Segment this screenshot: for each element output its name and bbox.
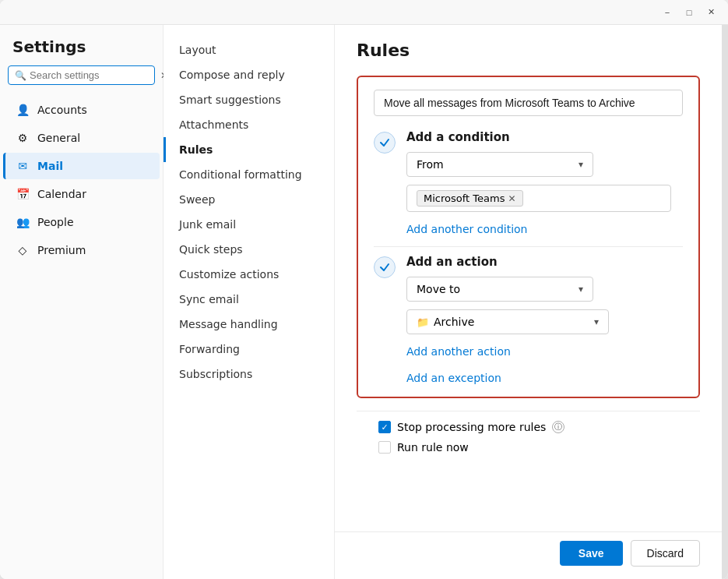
condition-label: Add a condition: [406, 130, 683, 144]
center-item-smart-suggestions-label: Smart suggestions: [179, 94, 281, 106]
stop-processing-row: Stop processing more rules ⓘ: [378, 421, 678, 433]
center-item-sweep-label: Sweep: [179, 193, 215, 206]
center-item-layout[interactable]: Layout: [164, 37, 334, 62]
sidebar-item-premium[interactable]: ◇ Premium: [3, 237, 160, 263]
condition-tag-value: Microsoft Teams: [424, 192, 505, 204]
center-item-compose-reply-label: Compose and reply: [179, 69, 285, 81]
action-label: Add an action: [406, 255, 683, 269]
people-icon: 👥: [16, 215, 30, 229]
title-bar: − □ ✕: [0, 0, 728, 25]
minimize-button[interactable]: −: [656, 5, 678, 20]
search-input[interactable]: [30, 69, 160, 81]
sidebar-item-premium-label: Premium: [37, 244, 86, 256]
sidebar-item-people[interactable]: 👥 People: [3, 209, 160, 235]
premium-icon: ◇: [16, 243, 30, 257]
footer-buttons: Save Discard: [335, 531, 722, 579]
action-check-icon: [374, 256, 396, 278]
chevron-down-icon-folder: ▾: [594, 316, 599, 327]
chevron-down-icon-action: ▾: [579, 284, 583, 295]
center-item-compose-reply[interactable]: Compose and reply: [164, 62, 334, 87]
center-item-sweep[interactable]: Sweep: [164, 187, 334, 212]
action-type-dropdown[interactable]: Move to ▾: [406, 277, 593, 302]
condition-tag: Microsoft Teams ✕: [417, 190, 523, 207]
folder-value: Archive: [434, 316, 474, 328]
action-section: Add an action Move to ▾ 📁 Archive: [374, 255, 683, 358]
sidebar-item-general-label: General: [37, 132, 80, 144]
run-rule-now-checkbox[interactable]: [378, 441, 391, 454]
scrollbar[interactable]: [722, 25, 728, 579]
center-item-conditional-formatting-label: Conditional formatting: [179, 168, 302, 181]
add-another-action-link[interactable]: Add another action: [406, 345, 511, 358]
add-another-condition-link[interactable]: Add another condition: [406, 223, 527, 235]
center-item-attachments[interactable]: Attachments: [164, 112, 334, 137]
rules-panel: Rules Add a condition: [335, 25, 722, 579]
center-item-subscriptions-label: Subscriptions: [179, 368, 252, 380]
center-item-message-handling[interactable]: Message handling: [164, 312, 334, 337]
center-item-forwarding-label: Forwarding: [179, 343, 240, 355]
stop-processing-label: Stop processing more rules: [397, 421, 546, 433]
rules-title: Rules: [357, 41, 700, 60]
center-item-customize-actions[interactable]: Customize actions: [164, 262, 334, 287]
condition-type-value: From: [417, 158, 444, 171]
center-item-sync-email-label: Sync email: [179, 293, 239, 305]
rules-edit-box: Add a condition From ▾ Microsoft Teams: [357, 76, 700, 398]
center-item-message-handling-label: Message handling: [179, 318, 278, 330]
discard-button[interactable]: Discard: [631, 540, 700, 567]
sidebar-item-accounts-label: Accounts: [37, 104, 87, 116]
stop-processing-checkbox[interactable]: [378, 421, 391, 433]
sidebar-item-accounts[interactable]: 👤 Accounts: [3, 97, 160, 123]
settings-window: − □ ✕ Settings 🔍 ✕ 👤 Accounts ⚙ General …: [0, 0, 728, 579]
sidebar-item-calendar-label: Calendar: [37, 188, 86, 200]
mail-icon: ✉: [16, 159, 30, 173]
main-content: Settings 🔍 ✕ 👤 Accounts ⚙ General ✉ Mail…: [0, 25, 728, 579]
sidebar: Settings 🔍 ✕ 👤 Accounts ⚙ General ✉ Mail…: [0, 25, 164, 579]
rules-bottom: Stop processing more rules ⓘ Run rule no…: [357, 411, 700, 471]
folder-dropdown[interactable]: 📁 Archive ▾: [406, 309, 609, 334]
center-panel: Layout Compose and reply Smart suggestio…: [164, 25, 335, 579]
run-rule-now-label: Run rule now: [397, 441, 469, 454]
action-type-value: Move to: [417, 283, 460, 295]
sidebar-item-mail-label: Mail: [37, 160, 63, 172]
close-button[interactable]: ✕: [700, 5, 722, 20]
center-item-subscriptions[interactable]: Subscriptions: [164, 362, 334, 387]
sidebar-item-general[interactable]: ⚙ General: [3, 125, 160, 151]
condition-tags-input[interactable]: Microsoft Teams ✕: [406, 185, 671, 212]
general-icon: ⚙: [16, 131, 30, 145]
center-item-attachments-label: Attachments: [179, 118, 248, 131]
center-item-sync-email[interactable]: Sync email: [164, 287, 334, 312]
center-item-rules[interactable]: Rules: [164, 137, 334, 162]
calendar-icon: 📅: [16, 187, 30, 201]
rules-container: Rules Add a condition: [335, 25, 722, 531]
center-item-quick-steps-label: Quick steps: [179, 243, 243, 256]
condition-type-dropdown[interactable]: From ▾: [406, 152, 593, 177]
center-item-layout-label: Layout: [179, 44, 216, 56]
action-content: Add an action Move to ▾ 📁 Archive: [406, 255, 683, 358]
condition-section: Add a condition From ▾ Microsoft Teams: [374, 130, 683, 235]
center-item-rules-label: Rules: [179, 143, 213, 156]
center-item-junk-email[interactable]: Junk email: [164, 212, 334, 237]
center-item-smart-suggestions[interactable]: Smart suggestions: [164, 87, 334, 112]
chevron-down-icon: ▾: [579, 159, 583, 170]
center-item-junk-email-label: Junk email: [179, 218, 236, 231]
search-icon: 🔍: [15, 70, 26, 81]
rule-name-input[interactable]: [374, 90, 683, 116]
section-divider: [374, 246, 683, 247]
search-box[interactable]: 🔍 ✕: [8, 65, 155, 85]
condition-content: Add a condition From ▾ Microsoft Teams: [406, 130, 683, 235]
sidebar-item-people-label: People: [37, 216, 74, 228]
sidebar-item-mail[interactable]: ✉ Mail: [3, 153, 160, 179]
condition-check-icon: [374, 132, 396, 154]
settings-title: Settings: [0, 37, 163, 65]
maximize-button[interactable]: □: [678, 5, 700, 20]
tag-remove-icon[interactable]: ✕: [508, 193, 515, 204]
accounts-icon: 👤: [16, 103, 30, 117]
info-icon[interactable]: ⓘ: [552, 421, 564, 433]
sidebar-item-calendar[interactable]: 📅 Calendar: [3, 181, 160, 207]
center-item-customize-actions-label: Customize actions: [179, 268, 279, 281]
center-item-forwarding[interactable]: Forwarding: [164, 337, 334, 362]
center-item-conditional-formatting[interactable]: Conditional formatting: [164, 162, 334, 187]
save-button[interactable]: Save: [560, 541, 623, 566]
add-exception-link[interactable]: Add an exception: [406, 372, 501, 384]
center-item-quick-steps[interactable]: Quick steps: [164, 237, 334, 262]
run-rule-now-row: Run rule now: [378, 441, 678, 454]
